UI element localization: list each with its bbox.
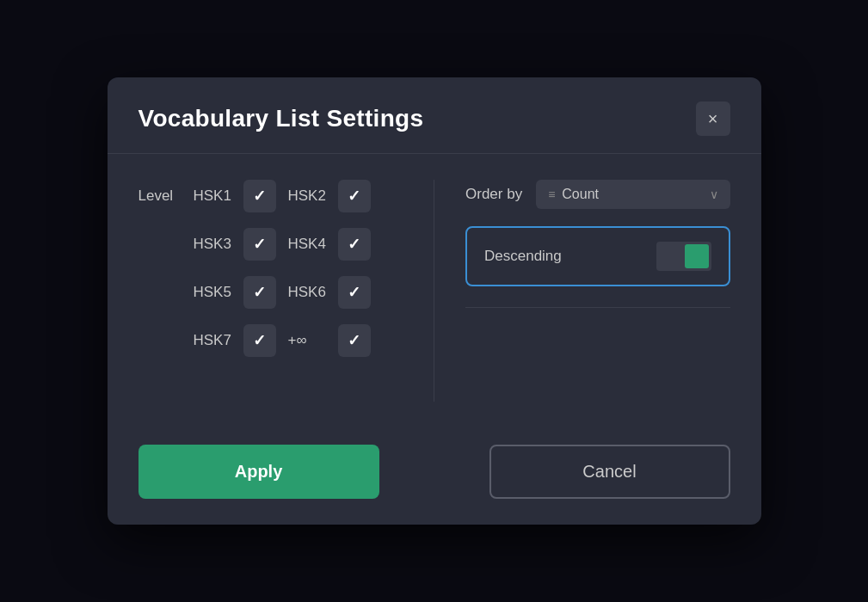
- hsk1-label: HSK1: [194, 187, 235, 205]
- hsk7-check-icon: ✓: [253, 331, 266, 350]
- infinity-label: +∞: [288, 332, 329, 349]
- order-dropdown-value: Count: [562, 187, 702, 202]
- infinity-checkbox[interactable]: ✓: [338, 324, 371, 357]
- hsk2-checkbox[interactable]: ✓: [338, 180, 371, 212]
- level-row-3: Level HSK5 ✓ HSK6 ✓: [139, 276, 403, 309]
- level-row-1: Level HSK1 ✓ HSK2 ✓: [139, 180, 403, 212]
- apply-button[interactable]: Apply: [139, 445, 379, 499]
- hsk3-label: HSK3: [194, 236, 235, 253]
- dialog-body: Level HSK1 ✓ HSK2 ✓: [108, 154, 761, 427]
- hsk7-checkbox[interactable]: ✓: [243, 324, 276, 357]
- modal-overlay: Vocabulary List Settings × Level HSK1 ✓: [0, 0, 868, 602]
- dialog-footer: Apply Cancel: [108, 427, 761, 525]
- order-label: Order by: [465, 186, 522, 203]
- left-panel: Level HSK1 ✓ HSK2 ✓: [139, 180, 435, 402]
- level-hsk7: HSK7 ✓: [194, 324, 276, 357]
- hsk5-checkbox[interactable]: ✓: [243, 276, 276, 309]
- hsk1-checkbox[interactable]: ✓: [243, 180, 276, 212]
- level-hsk4: HSK4 ✓: [288, 228, 371, 261]
- infinity-check-icon: ✓: [348, 331, 360, 350]
- hsk4-checkbox[interactable]: ✓: [338, 228, 371, 261]
- level-hsk5: HSK5 ✓: [194, 276, 276, 309]
- right-separator: [465, 307, 730, 308]
- order-dropdown[interactable]: ≡ Count ∨: [536, 180, 729, 209]
- descending-toggle[interactable]: [656, 242, 711, 271]
- hsk6-checkbox[interactable]: ✓: [338, 276, 371, 309]
- descending-row: Descending: [465, 226, 730, 286]
- level-hsk2: HSK2 ✓: [288, 180, 371, 212]
- descending-label: Descending: [484, 248, 562, 265]
- hsk5-check-icon: ✓: [253, 283, 266, 302]
- hsk5-label: HSK5: [194, 284, 235, 301]
- vocabulary-settings-dialog: Vocabulary List Settings × Level HSK1 ✓: [108, 77, 761, 525]
- level-hsk3: HSK3 ✓: [194, 228, 276, 261]
- cancel-button[interactable]: Cancel: [489, 445, 730, 499]
- level-hsk1: HSK1 ✓: [194, 180, 276, 212]
- right-panel: Order by ≡ Count ∨ Descending: [434, 180, 730, 402]
- toggle-track[interactable]: [656, 242, 711, 271]
- level-row-2: Level HSK3 ✓ HSK4 ✓: [139, 228, 403, 261]
- list-icon: ≡: [548, 187, 555, 201]
- hsk4-check-icon: ✓: [348, 235, 360, 254]
- hsk3-checkbox[interactable]: ✓: [243, 228, 276, 261]
- toggle-thumb: [685, 244, 709, 268]
- level-section: Level HSK1 ✓ HSK2 ✓: [139, 180, 403, 357]
- dialog-title: Vocabulary List Settings: [139, 105, 424, 132]
- hsk7-label: HSK7: [194, 332, 235, 349]
- level-row-4: Level HSK7 ✓ +∞ ✓: [139, 324, 403, 357]
- hsk2-label: HSK2: [288, 187, 329, 205]
- dialog-header: Vocabulary List Settings ×: [108, 77, 761, 154]
- hsk2-check-icon: ✓: [348, 187, 360, 206]
- level-main-label: Level: [139, 187, 182, 205]
- order-row: Order by ≡ Count ∨: [465, 180, 730, 209]
- close-button[interactable]: ×: [696, 101, 730, 136]
- hsk6-label: HSK6: [288, 284, 329, 301]
- hsk4-label: HSK4: [288, 236, 329, 253]
- hsk6-check-icon: ✓: [348, 283, 360, 302]
- level-hsk6: HSK6 ✓: [288, 276, 371, 309]
- hsk1-check-icon: ✓: [253, 187, 266, 206]
- level-infinity: +∞ ✓: [288, 324, 371, 357]
- chevron-down-icon: ∨: [710, 187, 718, 201]
- hsk3-check-icon: ✓: [253, 235, 266, 254]
